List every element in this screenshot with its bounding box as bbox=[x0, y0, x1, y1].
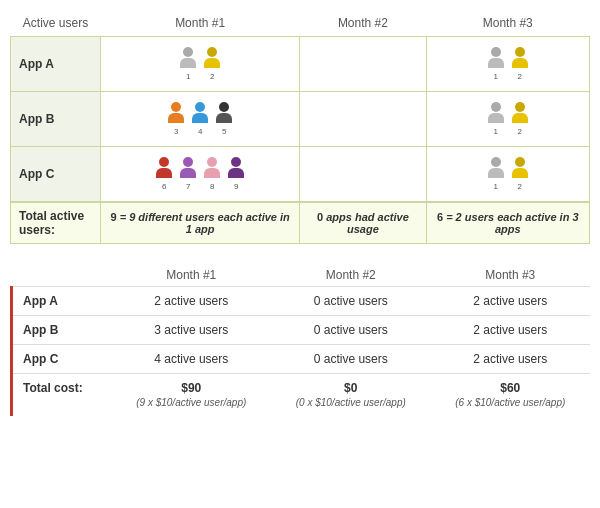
user-icon-wrap: 5 bbox=[214, 102, 234, 136]
bottom-col-header-m2: Month #2 bbox=[271, 264, 431, 287]
table-row: App C678912 bbox=[11, 147, 590, 203]
summary-cell: 6 = 2 users each active in 3 apps bbox=[426, 202, 590, 244]
app-label: App A bbox=[12, 287, 112, 316]
cost-total-row: Total cost:$90(9 x $10/active user/app)$… bbox=[12, 374, 591, 417]
usage-cell: 3 active users bbox=[112, 316, 272, 345]
total-row: Total active users:9 = 9 different users… bbox=[11, 202, 590, 244]
usage-cell: 4 active users bbox=[112, 345, 272, 374]
app-label: App B bbox=[12, 316, 112, 345]
user-cell: 12 bbox=[101, 37, 300, 92]
user-icon-wrap: 2 bbox=[202, 47, 222, 81]
bottom-col-header-empty bbox=[12, 264, 112, 287]
cost-detail: (9 x $10/active user/app) bbox=[136, 397, 246, 408]
usage-cell: 0 active users bbox=[271, 316, 431, 345]
usage-cell: 2 active users bbox=[431, 316, 591, 345]
table-row: App A1212 bbox=[11, 37, 590, 92]
bottom-table: Month #1 Month #2 Month #3 App A2 active… bbox=[10, 264, 590, 416]
top-col-header-m2: Month #2 bbox=[300, 10, 426, 37]
bottom-col-header-m3: Month #3 bbox=[431, 264, 591, 287]
summary-cell: 0 apps had active usage bbox=[300, 202, 426, 244]
user-icon bbox=[214, 102, 234, 126]
user-cell bbox=[300, 37, 426, 92]
cost-total-label: Total cost: bbox=[12, 374, 112, 417]
user-icon bbox=[154, 157, 174, 181]
cost-detail: (0 x $10/active user/app) bbox=[296, 397, 406, 408]
table-row: App B3 active users0 active users2 activ… bbox=[12, 316, 591, 345]
user-icon bbox=[510, 157, 530, 181]
user-icon bbox=[486, 157, 506, 181]
table-row: App C4 active users0 active users2 activ… bbox=[12, 345, 591, 374]
top-col-header-m1: Month #1 bbox=[101, 10, 300, 37]
user-icon bbox=[178, 47, 198, 71]
cost-cell: $0(0 x $10/active user/app) bbox=[271, 374, 431, 417]
cost-value: $0 bbox=[344, 381, 357, 395]
cost-cell: $90(9 x $10/active user/app) bbox=[112, 374, 272, 417]
total-label: Total active users: bbox=[11, 202, 101, 244]
user-icon bbox=[486, 47, 506, 71]
user-cell bbox=[300, 92, 426, 147]
usage-cell: 2 active users bbox=[112, 287, 272, 316]
user-icon-wrap: 7 bbox=[178, 157, 198, 191]
app-label: App C bbox=[12, 345, 112, 374]
user-cell: 12 bbox=[426, 92, 590, 147]
user-icon-wrap: 3 bbox=[166, 102, 186, 136]
user-icon-wrap: 2 bbox=[510, 102, 530, 136]
user-icon bbox=[190, 102, 210, 126]
user-icon-wrap: 8 bbox=[202, 157, 222, 191]
user-icon bbox=[226, 157, 246, 181]
user-cell: 6789 bbox=[101, 147, 300, 203]
user-icon-wrap: 1 bbox=[486, 47, 506, 81]
usage-cell: 0 active users bbox=[271, 287, 431, 316]
cost-value: $60 bbox=[500, 381, 520, 395]
user-icon-wrap: 6 bbox=[154, 157, 174, 191]
user-icon bbox=[510, 47, 530, 71]
bottom-col-header-m1: Month #1 bbox=[112, 264, 272, 287]
user-icon-wrap: 2 bbox=[510, 157, 530, 191]
user-icon-wrap: 2 bbox=[510, 47, 530, 81]
app-label: App B bbox=[11, 92, 101, 147]
cost-detail: (6 x $10/active user/app) bbox=[455, 397, 565, 408]
app-label: App A bbox=[11, 37, 101, 92]
user-icon bbox=[202, 47, 222, 71]
user-icon-wrap: 9 bbox=[226, 157, 246, 191]
user-cell: 12 bbox=[426, 147, 590, 203]
table-row: App B34512 bbox=[11, 92, 590, 147]
user-icon-wrap: 4 bbox=[190, 102, 210, 136]
user-cell: 345 bbox=[101, 92, 300, 147]
user-icon-wrap: 1 bbox=[486, 102, 506, 136]
table-row: App A2 active users0 active users2 activ… bbox=[12, 287, 591, 316]
usage-cell: 2 active users bbox=[431, 287, 591, 316]
top-table: Active users Month #1 Month #2 Month #3 … bbox=[10, 10, 590, 244]
user-icon bbox=[178, 157, 198, 181]
top-col-header-label: Active users bbox=[11, 10, 101, 37]
summary-cell: 9 = 9 different users each active in 1 a… bbox=[101, 202, 300, 244]
usage-cell: 2 active users bbox=[431, 345, 591, 374]
cost-cell: $60(6 x $10/active user/app) bbox=[431, 374, 591, 417]
user-icon-wrap: 1 bbox=[486, 157, 506, 191]
user-icon bbox=[510, 102, 530, 126]
user-icon bbox=[486, 102, 506, 126]
app-label: App C bbox=[11, 147, 101, 203]
top-col-header-m3: Month #3 bbox=[426, 10, 590, 37]
user-cell: 12 bbox=[426, 37, 590, 92]
usage-cell: 0 active users bbox=[271, 345, 431, 374]
user-cell bbox=[300, 147, 426, 203]
user-icon bbox=[202, 157, 222, 181]
user-icon bbox=[166, 102, 186, 126]
cost-value: $90 bbox=[181, 381, 201, 395]
user-icon-wrap: 1 bbox=[178, 47, 198, 81]
